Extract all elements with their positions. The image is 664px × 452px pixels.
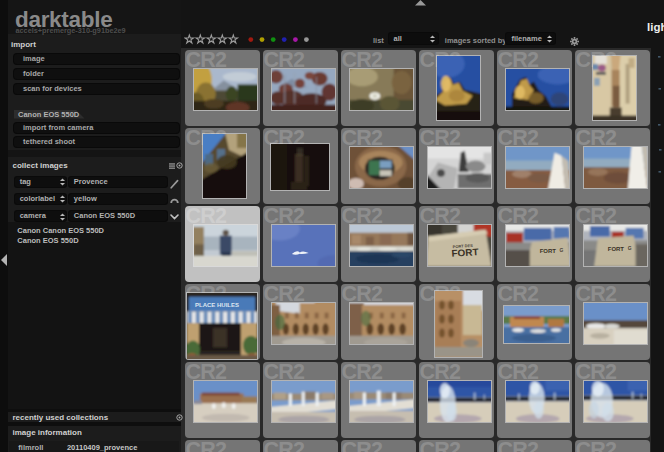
svg-text:G: G: [627, 246, 631, 251]
svg-text:FORT: FORT: [539, 248, 556, 254]
svg-text:FORT: FORT: [607, 246, 624, 252]
svg-text:PLACE HUILES: PLACE HUILES: [195, 302, 239, 308]
svg-text:G: G: [559, 248, 563, 253]
